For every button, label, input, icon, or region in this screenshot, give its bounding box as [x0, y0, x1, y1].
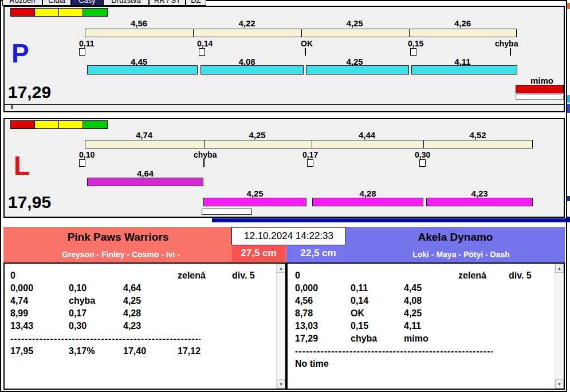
team-left-name: Pink Paws Warriors: [3, 231, 233, 244]
lane-p-cross-label: 0,11: [79, 39, 94, 48]
lane-p-leg-total: 4,56: [85, 18, 193, 28]
lane-l-leg-total: 4,44: [311, 130, 423, 140]
leg-cumulative: 4,56: [295, 296, 313, 306]
leg-cumulative: 4,74: [10, 296, 28, 306]
tab-dz-label: DZ: [191, 0, 201, 5]
cross-checkbox-marker: [79, 159, 85, 167]
background-window-fragment: [567, 104, 570, 113]
team-left-jump-height: 27,5 cm: [232, 245, 285, 262]
lane-l-cross-label: 0,10: [79, 150, 95, 159]
tab-cidla-label: Cidla: [48, 0, 65, 5]
team-right-results-table: 0 zelená div. 5 0,000 0,11 4,45 4,56 0,1…: [286, 262, 565, 390]
cross-tick-marker: [305, 48, 306, 56]
lane-l-start-lights: [10, 120, 108, 129]
lane-l-letter: L: [14, 152, 30, 179]
lane-p-dog-bar: [306, 65, 409, 75]
leg-cumulative: 13,03: [295, 321, 318, 331]
tab-druzstva-label: Druzstva: [111, 0, 140, 5]
lane-l-first-dog-time: 4,64: [87, 168, 203, 178]
tab-rozbeh[interactable]: Rozbeh: [2, 0, 42, 6]
down-arrow-icon: ▼: [557, 382, 562, 387]
background-window-fragment: [567, 95, 570, 103]
cross-checkbox-marker: [410, 48, 416, 56]
summary-percent: 3,17%: [69, 346, 95, 356]
leg-dog-time: 4,23: [123, 321, 141, 331]
summary-total: 17,95: [10, 346, 33, 356]
leg-cross: 0,17: [69, 308, 87, 319]
team-right-name: Akela Dynamo: [349, 231, 561, 244]
leg-divider: [204, 140, 205, 148]
tab-rozbeh-label: Rozbeh: [10, 0, 36, 5]
lane-l-dog-bar: [203, 198, 306, 206]
leg-cumulative: 8,99: [10, 308, 28, 319]
team-left-scrollbar[interactable]: ▲ ▼: [276, 264, 285, 389]
lane-p-panel: 4,56 4,22 4,25 4,26 0,11 0,14 OK 0,15 ch…: [3, 6, 565, 112]
up-arrow-icon: ▲: [557, 266, 562, 271]
leg-dog-time: 4,08: [404, 296, 422, 306]
team-left-light-status: zelená: [178, 271, 206, 281]
section-divider-bar: [212, 218, 566, 222]
scroll-down-button[interactable]: ▼: [277, 379, 285, 389]
leg-divider: [301, 29, 302, 37]
team-left-members: Greyson - Finley - Cosmo - Ivi -: [3, 250, 238, 259]
lane-l-cross-label: 0,30: [415, 150, 430, 159]
tab-cidla[interactable]: Cidla: [42, 0, 71, 6]
team-right-position: 0: [295, 271, 300, 281]
leg-dog-time: 4,11: [404, 321, 421, 331]
scroll-up-button[interactable]: ▲: [555, 264, 564, 273]
team-right-members: Loki - Maya - Pötyi - Dash: [361, 250, 561, 259]
team-left-division: div. 5: [232, 271, 255, 281]
leg-cumulative: 17,29: [295, 334, 318, 344]
lane-p-leg-total: 4,22: [193, 18, 301, 28]
app-screen: Rozbeh Cidla Casy Druzstva RR / ST DZ 4,…: [0, 0, 570, 392]
start-light-red-icon: [11, 121, 35, 128]
lane-p-cross-label: 0,14: [197, 39, 213, 48]
lane-p-dog-bar: [201, 65, 304, 75]
lane-l-dog-time: 4,23: [426, 189, 533, 198]
leg-cross: OK: [351, 308, 364, 319]
lane-p-letter: P: [11, 40, 29, 66]
leg-divider: [193, 29, 194, 37]
leg-cross: 0,15: [351, 321, 368, 331]
lane-l-cross-label: chyba: [194, 150, 217, 159]
team-right-scrollbar[interactable]: ▲ ▼: [555, 264, 564, 389]
tab-dz[interactable]: DZ: [186, 0, 206, 6]
start-light-yellow1-icon: [35, 121, 59, 128]
start-light-red-icon: [11, 9, 35, 16]
lane-l-blank-box: [202, 209, 252, 215]
cross-checkbox-marker: [199, 48, 205, 56]
lane-l-leg-total: 4,25: [203, 130, 311, 140]
lane-p-dog-bar: [411, 65, 517, 75]
background-window-fragment: [567, 196, 570, 201]
team-right-division: div. 5: [509, 271, 532, 281]
lane-p-cross-label: chyba: [495, 39, 518, 48]
up-arrow-icon: ▲: [279, 266, 284, 271]
leg-divider: [312, 140, 312, 148]
tab-druzstva[interactable]: Druzstva: [103, 0, 149, 6]
leg-dog-time: 4,25: [404, 308, 422, 319]
leg-cumulative: 13,43: [10, 321, 33, 331]
lane-l-panel: 4,74 4,25 4,44 4,52 0,10 chyba 0,17 0,30…: [3, 118, 565, 218]
leg-dog-time: 4,28: [123, 308, 141, 319]
lane-l-cross-label: 0,17: [302, 150, 318, 159]
scroll-up-button[interactable]: ▲: [277, 264, 285, 273]
lane-p-out-label: mimo: [524, 76, 560, 85]
team-left-results-table: 0 zelená div. 5 0,000 0,10 4,64 4,74 chy…: [3, 262, 286, 390]
cross-checkbox-marker: [79, 48, 85, 56]
tab-rr-st[interactable]: RR / ST: [149, 0, 186, 6]
summary-time-c: 17,12: [178, 346, 201, 356]
lane-p-leg-timeline-bar: [85, 29, 517, 37]
leg-cumulative: 0,000: [10, 283, 33, 293]
leg-cross: 0,11: [351, 283, 368, 293]
tab-rr-st-label: RR / ST: [154, 0, 180, 5]
start-light-green-icon: [83, 121, 107, 128]
tab-casy[interactable]: Casy: [71, 0, 103, 6]
cross-checkbox-marker: [419, 159, 426, 167]
leg-dog-time: 4,64: [123, 283, 141, 293]
start-light-green-icon: [83, 9, 107, 16]
scroll-down-button[interactable]: ▼: [555, 379, 564, 389]
team-right-light-status: zelená: [458, 271, 486, 281]
lane-l-dog-bar: [426, 198, 533, 206]
leg-dog-time: mimo: [404, 334, 429, 344]
lane-l-leg-total: 4,74: [85, 130, 203, 140]
